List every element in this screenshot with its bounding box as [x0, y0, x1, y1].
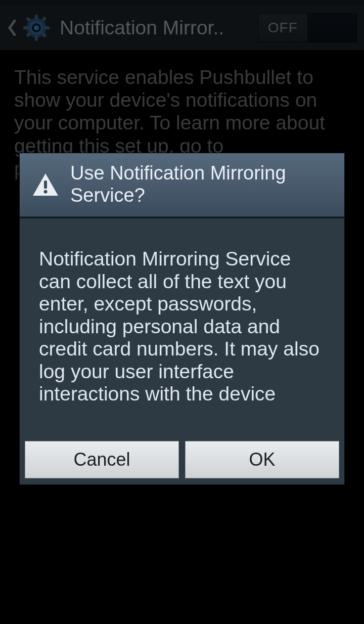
cancel-button[interactable]: Cancel [25, 441, 179, 478]
ok-button[interactable]: OK [185, 441, 339, 478]
dialog-message: Notification Mirroring Service can colle… [39, 248, 325, 405]
svg-point-13 [44, 190, 48, 193]
dialog-title: Use Notification Mirroring Service? [70, 162, 332, 206]
dialog-button-row: Cancel OK [20, 436, 344, 484]
confirmation-dialog: Use Notification Mirroring Service? Noti… [19, 153, 345, 485]
screen-root: Notification Mirror.. OFF This service e… [0, 0, 364, 624]
dialog-header: Use Notification Mirroring Service? [20, 153, 344, 217]
warning-icon [32, 172, 59, 197]
dialog-body: Notification Mirroring Service can colle… [20, 218, 344, 435]
svg-rect-12 [44, 181, 47, 189]
